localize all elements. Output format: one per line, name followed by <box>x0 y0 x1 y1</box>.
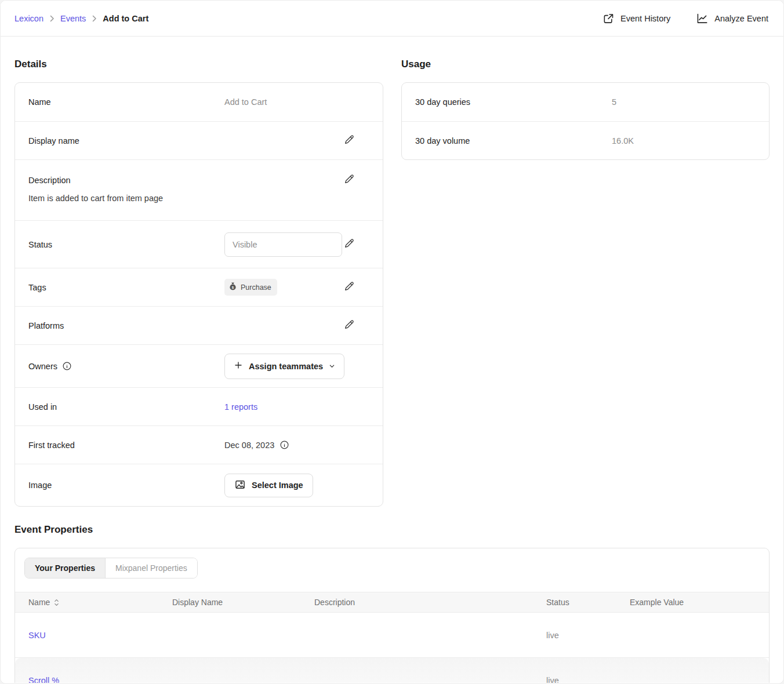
select-image-button[interactable]: Select Image <box>224 474 313 497</box>
usage-section: Usage 30 day queries 5 30 day volume 16.… <box>401 57 770 507</box>
usage-row-volume: 30 day volume 16.0K <box>402 121 769 159</box>
detail-row-first-tracked: First tracked Dec 08, 2023 <box>15 425 383 464</box>
usage-row-queries: 30 day queries 5 <box>402 83 769 121</box>
volume-label: 30 day volume <box>415 136 612 145</box>
analyze-event-button[interactable]: Analyze Event <box>696 13 768 24</box>
detail-row-description: Description Item is added to cart from i… <box>15 159 383 220</box>
lexicon-event-detail-page: Lexicon Events Add to Cart Event History <box>0 0 784 684</box>
usage-title: Usage <box>401 57 770 71</box>
owners-label: Owners <box>28 362 57 371</box>
tag-purchase-label: Purchase <box>241 283 271 292</box>
chevron-right-icon <box>92 15 97 22</box>
property-link-scroll-percent[interactable]: Scroll % <box>28 676 59 683</box>
column-header-status[interactable]: Status <box>546 598 630 607</box>
details-card: Name Add to Cart Display name <box>14 82 383 507</box>
tag-purchase[interactable]: $ Purchase <box>224 279 277 296</box>
properties-tab-group: Your Properties Mixpanel Properties <box>24 558 198 579</box>
edit-platforms-button[interactable] <box>342 318 356 333</box>
volume-value: 16.0K <box>612 136 634 145</box>
properties-table-header: Name Display Name Description Status Exa… <box>15 592 769 613</box>
display-name-label: Display name <box>28 136 224 145</box>
platforms-label: Platforms <box>28 321 224 330</box>
external-link-icon <box>602 13 614 24</box>
image-label: Image <box>28 481 224 490</box>
first-tracked-value: Dec 08, 2023 <box>224 441 274 450</box>
column-name-label: Name <box>28 598 50 607</box>
breadcrumb: Lexicon Events Add to Cart <box>14 14 148 23</box>
column-header-name[interactable]: Name <box>15 598 172 607</box>
details-section: Details Name Add to Cart Display name <box>14 57 383 507</box>
name-value: Add to Cart <box>224 97 267 107</box>
info-icon[interactable] <box>280 440 289 450</box>
breadcrumb-current-event: Add to Cart <box>103 14 148 23</box>
sort-icon <box>54 599 59 606</box>
edit-display-name-button[interactable] <box>342 133 356 148</box>
status-input[interactable] <box>224 232 342 257</box>
first-tracked-label: First tracked <box>28 441 224 450</box>
edit-tags-button[interactable] <box>342 279 356 295</box>
details-title: Details <box>14 57 383 71</box>
breadcrumb-events-link[interactable]: Events <box>60 14 86 23</box>
chevron-right-icon <box>49 15 55 22</box>
assign-teammates-label: Assign teammates <box>249 362 323 371</box>
scroll-status: live <box>546 676 630 683</box>
top-bar: Lexicon Events Add to Cart Event History <box>1 1 783 37</box>
edit-status-button[interactable] <box>342 237 356 252</box>
queries-value: 5 <box>612 97 616 107</box>
page-content: Details Name Add to Cart Display name <box>1 37 783 683</box>
table-row-scroll-percent[interactable]: Scroll % live <box>15 658 769 683</box>
event-properties-title: Event Properties <box>14 523 770 537</box>
top-bar-actions: Event History Analyze Event <box>602 13 768 24</box>
pencil-icon <box>343 134 355 147</box>
assign-teammates-button[interactable]: Assign teammates <box>224 354 344 379</box>
chevron-down-icon <box>329 362 335 371</box>
image-icon <box>234 479 246 492</box>
tab-mixpanel-properties[interactable]: Mixpanel Properties <box>106 558 197 578</box>
detail-row-used-in: Used in 1 reports <box>15 387 383 425</box>
event-properties-section: Event Properties Your Properties Mixpane… <box>14 523 770 683</box>
edit-description-button[interactable] <box>342 172 356 188</box>
column-header-example-value[interactable]: Example Value <box>630 598 769 607</box>
detail-row-platforms: Platforms <box>15 306 383 344</box>
analyze-event-label: Analyze Event <box>714 14 768 23</box>
event-properties-card: Your Properties Mixpanel Properties Name… <box>14 548 770 683</box>
table-row-sku[interactable]: SKU live <box>15 613 769 658</box>
detail-row-status: Status <box>15 220 383 268</box>
used-in-label: Used in <box>28 402 224 412</box>
sku-status: live <box>546 631 630 640</box>
select-image-label: Select Image <box>252 481 303 490</box>
detail-row-tags: Tags $ Purchase <box>15 268 383 306</box>
tab-your-properties[interactable]: Your Properties <box>25 558 106 578</box>
column-header-description[interactable]: Description <box>314 598 546 607</box>
detail-row-image: Image Select Image <box>15 464 383 506</box>
description-value: Item is added to cart from item page <box>28 192 356 204</box>
money-bag-icon: $ <box>229 282 237 292</box>
info-icon[interactable] <box>62 361 72 371</box>
queries-label: 30 day queries <box>415 97 612 107</box>
reports-link[interactable]: 1 reports <box>224 402 257 412</box>
line-chart-icon <box>696 13 708 24</box>
property-link-sku[interactable]: SKU <box>28 631 46 640</box>
breadcrumb-lexicon-link[interactable]: Lexicon <box>14 14 43 23</box>
detail-row-name: Name Add to Cart <box>15 83 383 121</box>
event-history-label: Event History <box>620 14 670 23</box>
pencil-icon <box>343 281 355 294</box>
plus-icon <box>234 361 243 372</box>
column-header-display-name[interactable]: Display Name <box>172 598 314 607</box>
name-label: Name <box>28 97 224 107</box>
event-history-button[interactable]: Event History <box>602 13 670 24</box>
pencil-icon <box>343 238 355 251</box>
status-label: Status <box>28 240 224 249</box>
pencil-icon <box>343 319 355 332</box>
description-label: Description <box>28 176 342 185</box>
detail-row-owners: Owners Assign teammates <box>15 344 383 387</box>
usage-card: 30 day queries 5 30 day volume 16.0K <box>401 82 770 160</box>
pencil-icon <box>343 173 355 187</box>
tags-label: Tags <box>28 283 224 292</box>
detail-row-display-name: Display name <box>15 121 383 159</box>
